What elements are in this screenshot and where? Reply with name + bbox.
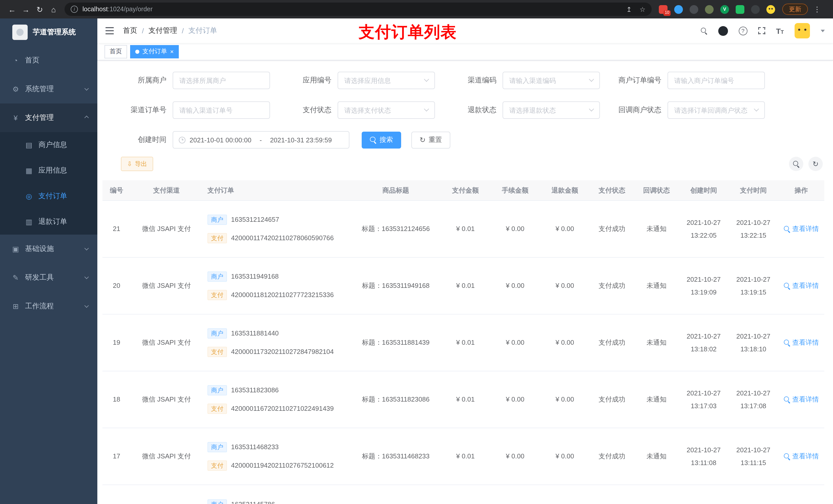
merchant-tag: 商户 xyxy=(208,215,227,225)
pay-status-select[interactable] xyxy=(338,101,435,119)
extension-icon-blue[interactable] xyxy=(674,5,683,14)
reset-button[interactable]: ↻ 重置 xyxy=(411,131,450,148)
sidebar-item-pay-order[interactable]: ◎ 支付订单 xyxy=(0,183,97,209)
cell-pay-status: 支付成功 xyxy=(590,428,634,484)
sidebar-item-system[interactable]: ⚙ 系统管理 xyxy=(0,75,97,103)
sidebar-item-app-info[interactable]: ▦ 应用信息 xyxy=(0,158,97,183)
channel-order-no-input[interactable] xyxy=(173,102,269,118)
filter-label: 创建时间 xyxy=(111,135,173,144)
cell-pay-order: 商户163531145786 xyxy=(203,485,351,504)
view-detail-link[interactable]: 查看详情 xyxy=(784,224,819,234)
question-icon[interactable]: ? xyxy=(738,26,747,35)
channel-code-select[interactable] xyxy=(503,72,600,89)
sidebar-item-merchant-info[interactable]: ▤ 商户信息 xyxy=(0,132,97,158)
extension-icon-green-v[interactable]: V xyxy=(720,5,729,14)
search-button[interactable]: 搜索 xyxy=(362,131,401,148)
order-number: 4200001173202110272847982104 xyxy=(231,347,334,357)
cell-id: 21 xyxy=(102,201,130,257)
chevron-down-icon[interactable] xyxy=(821,29,825,32)
extension-icon-olive[interactable] xyxy=(705,5,714,14)
view-detail-link[interactable]: 查看详情 xyxy=(784,452,819,461)
sidebar-item-workflow[interactable]: ⊞ 工作流程 xyxy=(0,292,97,321)
notify-status-select[interactable] xyxy=(668,101,765,119)
refund-status-select[interactable] xyxy=(503,101,600,119)
cell-channel: 微信 JSAPI 支付 xyxy=(130,201,203,257)
home-icon[interactable]: ⌂ xyxy=(47,2,61,16)
merchant-input[interactable] xyxy=(173,72,269,89)
export-button[interactable]: ⇩ 导出 xyxy=(121,157,153,171)
yen-icon: ¥ xyxy=(11,114,20,122)
channel-code-input[interactable] xyxy=(503,72,590,89)
chevron-up-icon xyxy=(85,116,89,120)
extension-icon-gray[interactable] xyxy=(690,5,698,14)
address-bar[interactable]: i localhost:1024/pay/order ↥ ☆ xyxy=(65,3,652,16)
table-row: 21微信 JSAPI 支付商户1635312124657支付4200001174… xyxy=(102,201,824,258)
date-range-input[interactable]: 2021-10-01 00:00:00 - 2021-10-31 23:59:5… xyxy=(173,131,349,148)
breadcrumb-payment[interactable]: 支付管理 xyxy=(148,26,177,35)
filter-app-id: 应用编号 xyxy=(276,72,441,89)
browser-menu-icon[interactable]: ⋮ xyxy=(813,5,821,13)
extension-icon-chat[interactable] xyxy=(736,5,744,14)
notify-status-input[interactable] xyxy=(668,102,755,118)
reload-icon[interactable]: ↻ xyxy=(33,2,47,16)
app-id-input[interactable] xyxy=(338,72,425,89)
cell-refund: ¥ 0.00 xyxy=(540,428,590,484)
github-icon[interactable] xyxy=(718,26,728,35)
tab-pay-order[interactable]: 支付订单 × xyxy=(130,45,179,58)
sidebar-item-refund-order[interactable]: ▥ 退款订单 xyxy=(0,209,97,235)
sidebar-item-infrastructure[interactable]: ▣ 基础设施 xyxy=(0,235,97,263)
pay-status-input[interactable] xyxy=(338,102,425,118)
refund-status-input[interactable] xyxy=(503,102,590,118)
sidebar-item-devtools[interactable]: ✎ 研发工具 xyxy=(0,263,97,292)
filter-label: 回调商户状态 xyxy=(606,105,668,115)
tags-view-bar: 首页 支付订单 × xyxy=(97,43,833,61)
star-icon[interactable]: ☆ xyxy=(640,5,645,13)
extension-icon-dark[interactable] xyxy=(751,5,760,14)
magnifier-icon xyxy=(784,396,790,403)
view-detail-link[interactable]: 查看详情 xyxy=(784,338,819,348)
clock-icon xyxy=(179,137,186,143)
fullscreen-icon[interactable] xyxy=(758,27,765,34)
user-avatar[interactable] xyxy=(794,23,810,39)
cell-id: 18 xyxy=(102,371,130,428)
view-detail-link[interactable]: 查看详情 xyxy=(784,394,819,405)
cell-channel: 微信 JSAPI 支付 xyxy=(130,428,203,484)
search-icon[interactable] xyxy=(700,27,707,34)
download-icon: ⇩ xyxy=(127,161,132,167)
filter-label: 退款状态 xyxy=(441,105,503,115)
cell-refund: ¥ 0.00 xyxy=(540,258,590,314)
view-detail-link[interactable]: 查看详情 xyxy=(784,281,819,291)
page: ← → ↻ ⌂ i localhost:1024/pay/order ↥ ☆ 1… xyxy=(0,0,833,504)
sidebar-logo[interactable]: 芋道管理系统 xyxy=(0,19,97,46)
browser-update-button[interactable]: 更新 xyxy=(782,4,808,15)
sidebar-item-home[interactable]: ◔ 首页 xyxy=(0,46,97,75)
date-end: 2021-10-31 23:59:59 xyxy=(270,136,332,144)
cell-pay-status: 支付成功 xyxy=(590,314,634,371)
column-header: 支付金额 xyxy=(441,180,490,200)
profile-avatar-icon[interactable] xyxy=(766,5,775,14)
column-header: 支付状态 xyxy=(590,180,634,200)
close-icon[interactable]: × xyxy=(170,48,174,54)
cell-notify-status: 未通知 xyxy=(634,371,679,428)
filter-label: 渠道订单号 xyxy=(111,105,173,115)
refresh-table-button[interactable]: ↻ xyxy=(808,157,823,171)
breadcrumb-home[interactable]: 首页 xyxy=(123,26,137,35)
forward-icon[interactable]: → xyxy=(19,2,33,16)
info-icon[interactable]: i xyxy=(71,6,78,13)
toggle-search-button[interactable] xyxy=(789,157,803,171)
hamburger-icon[interactable] xyxy=(105,27,114,34)
cell-pay-status: 支付成功 xyxy=(590,371,634,428)
back-icon[interactable]: ← xyxy=(5,2,19,16)
font-size-icon[interactable]: TT xyxy=(776,27,784,34)
tab-home[interactable]: 首页 xyxy=(104,45,127,58)
pay-tag: 支付 xyxy=(208,290,227,300)
table-header-row: 编号支付渠道支付订单商品标题支付金额手续金额退款金额支付状态回调状态创建时间支付… xyxy=(102,180,824,201)
share-icon[interactable]: ↥ xyxy=(626,5,632,13)
app-id-select[interactable] xyxy=(338,72,435,89)
sidebar-item-payment[interactable]: ¥ 支付管理 xyxy=(0,103,97,132)
cell-pay-time xyxy=(729,485,778,504)
merchant-order-no-input[interactable] xyxy=(668,72,764,89)
pay-tag: 支付 xyxy=(208,460,227,471)
extension-icon-red[interactable]: 10 xyxy=(659,5,668,14)
order-number: 1635311881440 xyxy=(231,329,279,339)
